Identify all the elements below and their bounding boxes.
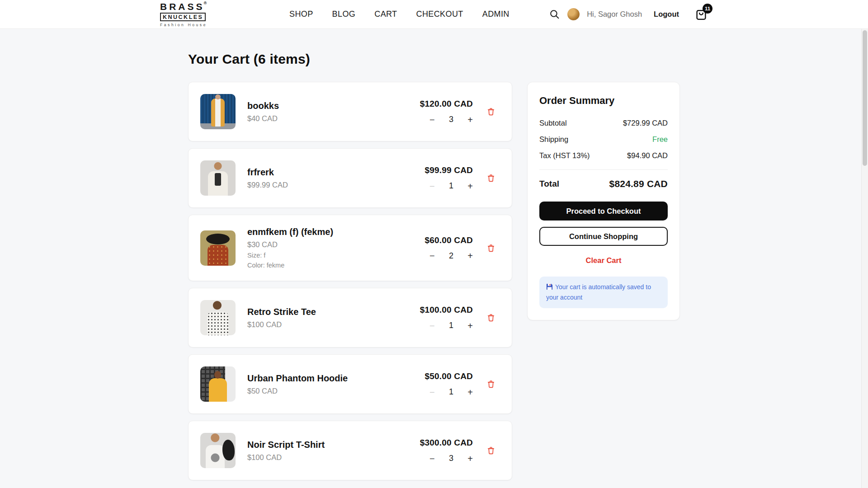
cart-button[interactable]: 11 xyxy=(694,8,708,21)
nav-item-checkout[interactable]: CHECKOUT xyxy=(416,9,463,19)
brand-name: BRASS® xyxy=(160,2,207,11)
summary-value: $729.99 CAD xyxy=(623,119,668,127)
trash-icon xyxy=(486,446,495,455)
cart-item: Urban Phantom Hoodie $50 CAD $50.00 CAD … xyxy=(188,354,512,414)
quantity-increase-button[interactable]: + xyxy=(467,321,473,330)
quantity-value: 1 xyxy=(449,181,453,191)
cart-item: frfrerk $99.99 CAD $99.99 CAD − 1 + xyxy=(188,148,512,208)
item-name: Retro Strike Tee xyxy=(247,307,408,317)
quantity-increase-button[interactable]: + xyxy=(467,115,473,124)
remove-item-button[interactable] xyxy=(486,243,495,253)
quantity-increase-button[interactable]: + xyxy=(467,182,473,191)
user-avatar xyxy=(567,8,580,20)
order-summary-panel: Order Summary Subtotal $729.99 CAD Shipp… xyxy=(527,82,680,320)
item-name: Noir Script T-Shirt xyxy=(247,440,408,450)
remove-item-button[interactable] xyxy=(486,446,495,455)
quantity-increase-button[interactable]: + xyxy=(467,454,473,463)
summary-row-shipping: Shipping Free xyxy=(539,135,668,144)
brand-tagline: Fashion House xyxy=(160,23,207,27)
remove-item-button[interactable] xyxy=(486,107,495,117)
scrollbar-thumb[interactable] xyxy=(863,30,867,166)
quantity-decrease-button[interactable]: − xyxy=(429,182,435,191)
summary-row-tax: Tax (HST 13%) $94.90 CAD xyxy=(539,151,668,160)
summary-label: Shipping xyxy=(539,135,568,144)
product-photo xyxy=(200,160,236,196)
product-photo xyxy=(200,366,236,402)
total-value: $824.89 CAD xyxy=(609,178,668,189)
remove-item-button[interactable] xyxy=(486,173,495,183)
cart-item: Retro Strike Tee $100 CAD $100.00 CAD − … xyxy=(188,288,512,347)
product-photo xyxy=(200,230,236,266)
proceed-to-checkout-button[interactable]: Proceed to Checkout xyxy=(539,202,668,221)
summary-label: Subtotal xyxy=(539,119,567,127)
remove-item-button[interactable] xyxy=(486,379,495,389)
save-icon xyxy=(546,283,553,293)
page-scrollbar[interactable] xyxy=(861,29,868,488)
item-total-price: $99.99 CAD xyxy=(425,165,473,175)
quantity-value: 3 xyxy=(449,115,453,124)
item-total-price: $300.00 CAD xyxy=(420,438,473,448)
summary-value-free: Free xyxy=(652,135,668,144)
item-name: Urban Phantom Hoodie xyxy=(247,373,413,384)
quantity-decrease-button[interactable]: − xyxy=(429,251,435,260)
quantity-decrease-button[interactable]: − xyxy=(429,115,435,124)
quantity-increase-button[interactable]: + xyxy=(467,251,473,260)
item-unit-price: $40 CAD xyxy=(247,114,408,123)
main-nav: SHOP BLOG CART CHECKOUT ADMIN xyxy=(289,9,509,19)
clear-cart-button[interactable]: Clear Cart xyxy=(583,256,624,265)
summary-divider xyxy=(539,169,668,170)
product-photo xyxy=(200,300,236,335)
nav-item-admin[interactable]: ADMIN xyxy=(482,9,509,19)
quantity-value: 1 xyxy=(449,387,453,397)
item-unit-price: $100 CAD xyxy=(247,320,408,329)
quantity-decrease-button[interactable]: − xyxy=(429,321,435,330)
trash-icon xyxy=(486,107,495,117)
quantity-decrease-button[interactable]: − xyxy=(429,454,435,463)
cart-item-list: bookks $40 CAD $120.00 CAD − 3 + xyxy=(188,82,512,480)
item-total-price: $100.00 CAD xyxy=(420,305,473,315)
page-title: Your Cart (6 items) xyxy=(188,52,680,67)
cart-item: bookks $40 CAD $120.00 CAD − 3 + xyxy=(188,82,512,141)
item-unit-price: $30 CAD xyxy=(247,240,413,249)
item-total-price: $120.00 CAD xyxy=(420,99,473,109)
trash-icon xyxy=(486,313,495,323)
summary-value: $94.90 CAD xyxy=(627,151,668,160)
item-total-price: $60.00 CAD xyxy=(425,235,473,245)
item-name: enmfkem (f) (fekme) xyxy=(247,227,413,237)
nav-item-cart[interactable]: CART xyxy=(374,9,397,19)
item-name: bookks xyxy=(247,101,408,111)
cart-item: Noir Script T-Shirt $100 CAD $300.00 CAD… xyxy=(188,421,512,480)
item-unit-price: $50 CAD xyxy=(247,387,413,395)
user-greeting: Hi, Sagor Ghosh xyxy=(587,10,642,19)
total-label: Total xyxy=(539,179,559,189)
quantity-increase-button[interactable]: + xyxy=(467,388,473,397)
registered-trademark: ® xyxy=(204,1,207,5)
item-color: Color: fekme xyxy=(247,262,413,269)
remove-item-button[interactable] xyxy=(486,313,495,323)
cart-saved-note: Your cart is automatically saved to your… xyxy=(539,277,668,308)
brand-logo[interactable]: BRASS® KNUCKLES Fashion House xyxy=(160,2,207,27)
product-photo xyxy=(200,433,236,468)
quantity-value: 2 xyxy=(449,251,453,261)
quantity-decrease-button[interactable]: − xyxy=(429,388,435,397)
product-photo xyxy=(200,94,236,129)
cart-count-badge: 11 xyxy=(703,4,712,14)
trash-icon xyxy=(486,173,495,183)
item-total-price: $50.00 CAD xyxy=(425,371,473,381)
brand-name-boxed: KNUCKLES xyxy=(160,13,206,22)
summary-label: Tax (HST 13%) xyxy=(539,151,590,160)
quantity-value: 3 xyxy=(449,454,453,463)
continue-shopping-button[interactable]: Continue Shopping xyxy=(539,227,668,246)
item-name: frfrerk xyxy=(247,167,413,178)
trash-icon xyxy=(486,379,495,389)
quantity-value: 1 xyxy=(449,321,453,330)
nav-item-shop[interactable]: SHOP xyxy=(289,9,313,19)
logout-button[interactable]: Logout xyxy=(651,9,682,19)
search-button[interactable] xyxy=(549,9,560,20)
item-size: Size: f xyxy=(247,252,413,259)
top-bar: BRASS® KNUCKLES Fashion House SHOP BLOG … xyxy=(0,0,868,29)
trash-icon xyxy=(486,243,495,253)
nav-item-blog[interactable]: BLOG xyxy=(332,9,356,19)
cart-item: enmfkem (f) (fekme) $30 CAD Size: f Colo… xyxy=(188,215,512,281)
summary-total-row: Total $824.89 CAD xyxy=(539,178,668,189)
